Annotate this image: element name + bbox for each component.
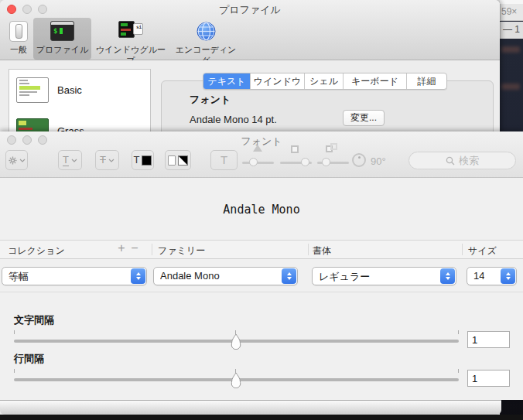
family-dropdown[interactable]: Andale Mono <box>153 267 298 285</box>
chevron-down-icon <box>19 159 26 162</box>
profile-name: Basic <box>57 84 82 96</box>
tab-text[interactable]: テキスト <box>203 73 251 89</box>
slider-thumb[interactable] <box>301 158 309 166</box>
font-browser-header: コレクション + − ファミリー 書体 サイズ <box>0 240 523 259</box>
remove-collection-button[interactable]: − <box>129 241 140 255</box>
change-font-button[interactable]: 変更... <box>343 110 385 126</box>
shadow-offset-slider[interactable] <box>317 150 349 170</box>
font-actions-button[interactable] <box>5 150 28 170</box>
blurred-terminal-text <box>501 46 520 53</box>
document-color-swatch <box>178 155 188 166</box>
family-header: ファミリー <box>158 244 205 258</box>
screen: 59× — 1 プロファイル 一般 $ <box>0 0 523 420</box>
gear-icon <box>9 156 17 165</box>
profile-thumbnail-basic <box>16 77 49 103</box>
toolbar-item-profiles[interactable]: $ プロファイル <box>33 18 91 60</box>
search-placeholder: 検索 <box>459 154 479 168</box>
font-search-field[interactable]: 検索 <box>408 152 516 169</box>
chevron-down-icon <box>108 159 115 162</box>
font-section-heading: フォント <box>190 93 231 107</box>
text-color-T-icon: T <box>134 155 140 166</box>
size-header: サイズ <box>468 244 497 258</box>
collection-dropdown[interactable]: 等幅 <box>2 267 147 285</box>
toolbar-item-window-groups[interactable]: si ウインドウグループ <box>92 18 169 60</box>
shadow-angle-value: 90° <box>371 155 386 167</box>
underline-style-button[interactable]: T <box>58 150 82 170</box>
terminal-title-fragment: 59× <box>500 4 523 21</box>
font-panel-bottom-edge <box>0 400 501 415</box>
window-group-icon: si <box>92 18 169 44</box>
current-font-value: Andale Mono 14 pt. <box>190 114 277 125</box>
text-color-swatch <box>142 155 152 166</box>
blur-square-icon <box>291 145 299 153</box>
globe-icon <box>172 18 240 44</box>
search-icon <box>446 156 455 166</box>
toolbar-label: 一般 <box>5 44 32 55</box>
dropdown-arrows-icon <box>501 268 515 284</box>
text-color-button[interactable]: T <box>132 150 154 170</box>
character-spacing-slider-thumb[interactable] <box>231 333 241 350</box>
document-color-button[interactable] <box>165 150 191 170</box>
line-spacing-label: 行間隔 <box>14 352 44 366</box>
page-icon <box>168 155 176 166</box>
toolbar-item-general[interactable]: 一般 <box>5 18 32 60</box>
profile-row-basic[interactable]: Basic <box>9 70 150 111</box>
blurred-terminal-text <box>501 84 520 90</box>
prefs-content: Basic Grass テキスト ウインドウ シェル キーボード 詳 <box>0 60 500 139</box>
slider-thumb[interactable] <box>322 158 330 166</box>
terminal-preferences-window: プロファイル 一般 $ プロファイル si <box>0 0 500 139</box>
add-collection-button[interactable]: + <box>116 241 127 255</box>
shadow-angle-dial[interactable] <box>352 153 366 167</box>
typeface-dropdown[interactable]: レギュラー <box>312 267 456 285</box>
tab-advanced[interactable]: 詳細 <box>407 73 446 89</box>
line-spacing-slider-thumb[interactable] <box>231 372 241 388</box>
line-spacing-value-field[interactable] <box>467 370 510 387</box>
typeface-header: 書体 <box>313 244 331 258</box>
prefs-titlebar: プロファイル 一般 $ プロファイル si <box>0 0 500 60</box>
profile-list[interactable]: Basic Grass <box>9 69 151 139</box>
chevron-down-icon <box>71 159 77 162</box>
offset-square-back-icon <box>330 143 337 150</box>
tab-keyboard[interactable]: キーボード <box>344 73 407 89</box>
slider-thumb[interactable] <box>249 158 258 166</box>
shadow-T-icon: T <box>220 155 227 166</box>
shadow-blur-slider[interactable] <box>280 150 312 170</box>
font-preview-text: Andale Mono <box>0 203 523 217</box>
dropdown-arrows-icon <box>282 268 296 284</box>
shadow-opacity-slider[interactable] <box>242 150 274 170</box>
character-spacing-label: 文字間隔 <box>14 313 54 327</box>
toggle-switch-icon <box>5 18 32 44</box>
underline-T-icon: T <box>63 155 69 166</box>
window-title: プロファイル <box>0 3 500 17</box>
opacity-triangle-icon <box>253 145 262 152</box>
font-panel-window: フォント T T <box>0 131 523 400</box>
font-panel-titlebar: フォント T T <box>0 131 523 178</box>
toolbar-item-encodings[interactable]: エンコーディング <box>172 18 240 60</box>
tab-window[interactable]: ウインドウ <box>251 73 305 89</box>
toolbar-label: プロファイル <box>33 44 91 55</box>
size-dropdown[interactable]: 14 <box>467 267 517 285</box>
dropdown-arrows-icon <box>131 268 145 284</box>
strikethrough-T-icon: T <box>100 155 106 166</box>
bottom-black-bar <box>0 415 523 420</box>
settings-tab-bar: テキスト ウインドウ シェル キーボード 詳細 <box>203 73 447 90</box>
character-spacing-value-field[interactable] <box>467 331 510 348</box>
terminal-icon: $ <box>33 18 91 44</box>
strikethrough-style-button[interactable]: T <box>95 150 119 170</box>
collection-header: コレクション <box>8 244 65 258</box>
tab-shell[interactable]: シェル <box>305 73 344 89</box>
dropdown-arrows-icon <box>440 268 455 284</box>
text-shadow-button[interactable]: T <box>210 150 238 170</box>
terminal-tab-fragment: — 1 <box>500 22 523 39</box>
